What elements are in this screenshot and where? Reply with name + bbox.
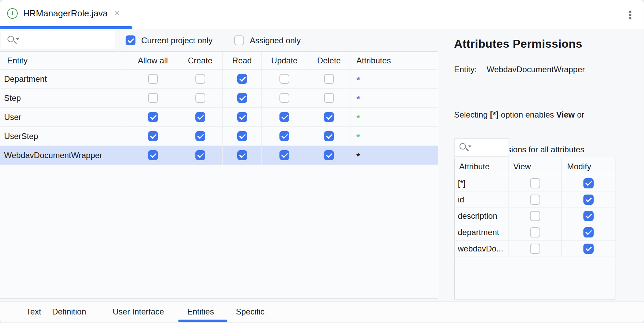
role-designer-window: I HRManagerRole.java ✕ Current project o… xyxy=(0,0,644,323)
tab-entities[interactable]: Entities xyxy=(187,302,214,322)
delete-checkbox[interactable] xyxy=(324,74,334,84)
column-header-create: Create xyxy=(178,52,223,70)
assigned-only-checkbox[interactable] xyxy=(234,35,244,45)
table-row-user[interactable]: User * xyxy=(0,108,438,127)
read-checkbox[interactable] xyxy=(237,131,247,141)
update-checkbox[interactable] xyxy=(279,93,289,103)
allow-all-checkbox[interactable] xyxy=(148,131,158,141)
assigned-only-option[interactable]: Assigned only xyxy=(234,29,301,51)
entity-label: Entity: xyxy=(454,65,477,74)
attribute-permissions-table: Attribute View Modify [*] id description… xyxy=(454,158,615,299)
view-checkbox[interactable] xyxy=(530,195,540,205)
delete-checkbox[interactable] xyxy=(324,150,334,160)
entity-name: User xyxy=(0,108,128,127)
current-project-only-option[interactable]: Current project only xyxy=(126,29,212,51)
create-checkbox[interactable] xyxy=(195,93,205,103)
tab-specific[interactable]: Specific xyxy=(236,302,264,322)
create-checkbox[interactable] xyxy=(195,150,205,160)
entity-name: UserStep xyxy=(0,127,128,146)
create-checkbox[interactable] xyxy=(195,112,205,122)
editor-tab-bar: I HRManagerRole.java ✕ xyxy=(0,0,644,29)
entity-name: WebdavDocumentWrapper xyxy=(0,146,128,165)
current-project-only-label: Current project only xyxy=(141,36,212,45)
description-line: Selecting [*] option enables View or xyxy=(454,109,638,121)
update-checkbox[interactable] xyxy=(279,74,289,84)
entity-name: Department xyxy=(0,70,128,89)
column-header-modify: Modify xyxy=(562,158,615,175)
attribute-row-wildcard[interactable]: [*] xyxy=(455,175,615,191)
create-checkbox[interactable] xyxy=(195,131,205,141)
entity-line: Entity: WebdavDocumentWrapper xyxy=(454,65,638,74)
attribute-row-id[interactable]: id xyxy=(455,191,615,208)
attribute-search-input[interactable] xyxy=(454,138,509,157)
entity-search-input[interactable] xyxy=(1,31,115,49)
read-checkbox[interactable] xyxy=(237,93,247,103)
more-options-icon[interactable] xyxy=(626,10,634,20)
attribute-name: [*] xyxy=(455,175,509,191)
read-checkbox[interactable] xyxy=(237,112,247,122)
attribute-name: description xyxy=(455,208,509,224)
modify-checkbox[interactable] xyxy=(583,178,594,188)
attribute-name: department xyxy=(455,224,509,241)
attributes-indicator: * xyxy=(356,133,360,142)
table-row-department[interactable]: Department * xyxy=(0,70,438,89)
table-row-userstep[interactable]: UserStep * xyxy=(0,127,438,146)
entity-permissions-table: Entity Allow all Create Read Update Dele… xyxy=(0,51,438,299)
allow-all-checkbox[interactable] xyxy=(148,150,158,160)
search-icon xyxy=(7,34,20,46)
allow-all-checkbox[interactable] xyxy=(148,112,158,122)
entity-value: WebdavDocumentWrapper xyxy=(487,65,585,74)
attribute-row-description[interactable]: description xyxy=(455,208,615,224)
tab-definition[interactable]: Definition xyxy=(52,302,86,322)
modify-checkbox[interactable] xyxy=(583,227,594,237)
allow-all-checkbox[interactable] xyxy=(148,74,158,84)
interface-icon-letter: I xyxy=(12,10,13,17)
read-checkbox[interactable] xyxy=(237,74,247,84)
modify-checkbox[interactable] xyxy=(583,244,594,254)
delete-checkbox[interactable] xyxy=(324,93,334,103)
column-header-read: Read xyxy=(223,52,262,70)
view-checkbox[interactable] xyxy=(530,244,540,254)
java-interface-icon: I xyxy=(7,8,18,19)
delete-checkbox[interactable] xyxy=(324,112,334,122)
update-checkbox[interactable] xyxy=(279,112,289,122)
column-header-update: Update xyxy=(262,52,307,70)
attributes-indicator: * xyxy=(356,95,360,104)
create-checkbox[interactable] xyxy=(195,74,205,84)
active-tab-indicator xyxy=(0,26,132,29)
view-checkbox[interactable] xyxy=(530,227,540,237)
panel-title: Attributes Permissions xyxy=(454,37,638,50)
allow-all-checkbox[interactable] xyxy=(148,93,158,103)
assigned-only-label: Assigned only xyxy=(250,36,301,45)
column-header-view: View xyxy=(509,158,562,175)
modify-checkbox[interactable] xyxy=(583,211,594,221)
attribute-row-department[interactable]: department xyxy=(455,224,615,241)
close-icon[interactable]: ✕ xyxy=(114,10,120,17)
column-header-delete: Delete xyxy=(307,52,351,70)
editor-tab[interactable]: I HRManagerRole.java ✕ xyxy=(0,0,128,26)
attribute-table-header: Attribute View Modify xyxy=(455,158,615,175)
attribute-name: id xyxy=(455,191,509,208)
update-checkbox[interactable] xyxy=(279,150,289,160)
column-header-attribute: Attribute xyxy=(455,158,509,175)
attribute-name: webdavDo... xyxy=(455,241,509,257)
entity-name: Step xyxy=(0,89,128,108)
update-checkbox[interactable] xyxy=(279,131,289,141)
tab-text[interactable]: Text xyxy=(26,302,41,322)
read-checkbox[interactable] xyxy=(237,150,247,160)
table-row-step[interactable]: Step * xyxy=(0,89,438,108)
column-header-attributes: Attributes xyxy=(351,52,438,70)
tab-user-interface[interactable]: User Interface xyxy=(113,302,164,322)
table-row-webdavdocumentwrapper[interactable]: WebdavDocumentWrapper * xyxy=(0,146,438,165)
attribute-row-webdavdo[interactable]: webdavDo... xyxy=(455,241,615,257)
view-checkbox[interactable] xyxy=(530,211,540,221)
column-header-allow-all: Allow all xyxy=(128,52,178,70)
modify-checkbox[interactable] xyxy=(583,195,594,205)
attributes-indicator: * xyxy=(356,152,360,161)
entity-toolbar: Current project only Assigned only xyxy=(0,29,438,51)
delete-checkbox[interactable] xyxy=(324,131,334,141)
entity-table-header: Entity Allow all Create Read Update Dele… xyxy=(0,52,438,70)
search-icon xyxy=(459,142,472,153)
view-checkbox[interactable] xyxy=(530,178,540,188)
current-project-only-checkbox[interactable] xyxy=(126,35,135,45)
